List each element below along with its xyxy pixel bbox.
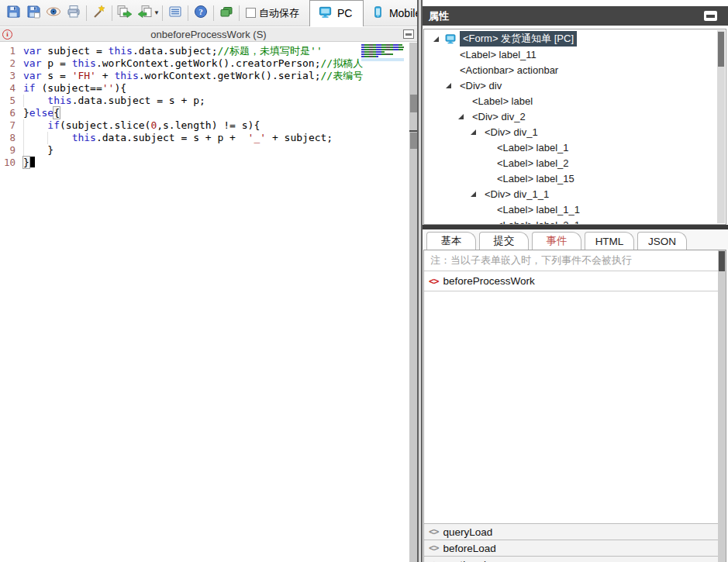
import-button[interactable] — [135, 3, 155, 23]
event-item-postLoad[interactable]: <>postLoad — [424, 556, 726, 562]
tab-基本[interactable]: 基本 — [426, 232, 476, 250]
indent-guide — [23, 144, 24, 157]
code-line-4[interactable]: if (subject==''){ — [23, 82, 361, 95]
help-icon: ? — [193, 4, 209, 22]
event-name: queryLoad — [443, 526, 492, 538]
line-number: 8 — [0, 132, 16, 144]
tree-item-label: <Div> div — [457, 79, 505, 92]
event-list-bottom: <>queryLoad<>beforeLoad<>postLoad — [424, 523, 726, 562]
event-item-selected[interactable]: <> beforeProcessWork — [424, 271, 726, 291]
main-toolbar: ▼ ? 自动保存 PC Mobile — [0, 0, 417, 26]
save-as-icon — [26, 4, 41, 22]
tree-item-label: <Actionbar> actionbar — [457, 64, 561, 77]
line-number: 7 — [0, 119, 16, 132]
tab-pc-label: PC — [337, 7, 352, 19]
monitor-icon — [444, 33, 457, 45]
expand-arrow-icon[interactable] — [433, 36, 439, 42]
tree-scrollbar-thumb[interactable] — [718, 32, 724, 67]
text-cursor — [29, 157, 35, 167]
event-name: postLoad — [443, 559, 486, 562]
event-item-beforeLoad[interactable]: <>beforeLoad — [424, 540, 726, 556]
tree-item-label_1_1[interactable]: <Label> label_1_1 — [424, 202, 726, 217]
event-code-icon: <> — [429, 526, 438, 537]
tab-事件[interactable]: 事件 — [532, 232, 581, 250]
tab-HTML[interactable]: HTML — [585, 232, 634, 250]
expand-arrow-icon[interactable] — [471, 129, 476, 135]
copy-style-button[interactable] — [216, 3, 236, 23]
code-line-8[interactable]: this.data.subject = s + p + '_' + subjec… — [23, 132, 361, 144]
tree-item-div[interactable]: <Div> div — [424, 78, 726, 93]
export-icon — [116, 4, 133, 22]
script-list-button[interactable] — [165, 3, 185, 23]
code-editor[interactable]: 12345678910 var subject = this.data.subj… — [0, 43, 409, 562]
code-line-3[interactable]: var s = 'FH' + this.workContext.getWork(… — [23, 70, 361, 82]
pc-monitor-icon — [318, 5, 333, 22]
tree-item-div_2[interactable]: <Div> div_2 — [424, 109, 726, 124]
tree-item-label: <Label> label_1_1 — [494, 203, 583, 216]
element-tree-panel: <Form> 发货通知单 [PC]<Label> label_11<Action… — [423, 29, 726, 225]
tree-item-label_2_1[interactable]: <Label> label_2_1 — [424, 217, 726, 225]
code-line-1[interactable]: var subject = this.data.subject;//标题，未填写… — [23, 45, 361, 57]
events-scrollbar-thumb[interactable] — [719, 251, 725, 271]
tree-item-actionbar[interactable]: <Actionbar> actionbar — [424, 62, 726, 78]
code-lines: var subject = this.data.subject;//标题，未填写… — [23, 45, 361, 169]
line-number: 4 — [0, 82, 16, 95]
properties-header: 属性 — [423, 6, 728, 26]
tab-pc[interactable]: PC — [309, 0, 364, 26]
event-code-icon: <> — [429, 543, 438, 553]
tree-item-label: <Div> div_1 — [481, 126, 541, 139]
tree-item-label_1[interactable]: <Label> label_1 — [424, 140, 726, 155]
toolbar-separator — [213, 5, 214, 21]
events-panel: 注：当以子表单嵌入时，下列事件不会被执行 <> beforeProcessWor… — [423, 250, 726, 562]
toolbar-separator — [239, 5, 240, 21]
help-button[interactable]: ? — [191, 3, 211, 23]
toolbar-separator — [162, 5, 163, 21]
tree-item-label_15[interactable]: <Label> label_15 — [424, 171, 726, 186]
line-number: 6 — [0, 107, 16, 119]
tree-item-div_1[interactable]: <Div> div_1 — [424, 124, 726, 140]
indent-guide — [23, 119, 24, 132]
tree-item-div_1_1[interactable]: <Div> div_1_1 — [424, 186, 726, 202]
import-dropdown-caret-icon[interactable]: ▼ — [154, 9, 160, 16]
print-button[interactable] — [64, 3, 84, 23]
panel-splitter[interactable] — [417, 0, 423, 562]
script-editor-title: onbeforeProcessWork (S) — [0, 29, 417, 40]
wizard-button[interactable] — [89, 3, 109, 23]
event-item-queryLoad[interactable]: <>queryLoad — [424, 523, 726, 540]
autosave-checkbox[interactable] — [246, 8, 256, 18]
expand-arrow-icon[interactable] — [458, 114, 464, 119]
tree-item-label[interactable]: <Label> label — [424, 93, 726, 109]
preview-button[interactable] — [43, 3, 64, 23]
tree-item-label_11[interactable]: <Label> label_11 — [424, 47, 726, 62]
code-line-2[interactable]: var p = this.workContext.getWork().creat… — [23, 57, 361, 70]
code-line-10[interactable]: } — [23, 157, 361, 169]
tree-item--PC-[interactable]: <Form> 发货通知单 [PC] — [424, 31, 726, 47]
line-number: 1 — [0, 45, 16, 57]
script-editor-titlebar: i onbeforeProcessWork (S) — [0, 27, 417, 42]
tab-JSON[interactable]: JSON — [637, 232, 687, 250]
tree-scrollbar[interactable] — [717, 30, 725, 223]
tree-item-label_2[interactable]: <Label> label_2 — [424, 155, 726, 171]
events-scrollbar[interactable] — [718, 250, 726, 562]
save-as-button[interactable] — [23, 3, 43, 23]
tab-提交[interactable]: 提交 — [479, 232, 529, 250]
save-icon — [5, 4, 21, 22]
tree-item-label: <Label> label_2 — [494, 157, 572, 170]
line-number: 5 — [0, 95, 16, 107]
code-line-9[interactable]: } — [23, 144, 361, 157]
code-line-5[interactable]: this.data.subject = s + p; — [23, 95, 361, 107]
save-button[interactable] — [3, 3, 23, 23]
tree-item-label: <Form> 发货通知单 [PC] — [460, 31, 577, 47]
code-line-6[interactable]: }else{ — [23, 107, 361, 119]
code-minimap-thumbnail — [361, 44, 404, 61]
event-name: beforeProcessWork — [443, 275, 534, 287]
expand-arrow-icon[interactable] — [471, 191, 476, 197]
code-line-7[interactable]: if(subject.slice(0,s.length) != s){ — [23, 119, 361, 132]
tab-mobile-label: Mobile — [389, 7, 421, 19]
editor-minimize-icon[interactable] — [403, 29, 414, 39]
export-button[interactable] — [115, 3, 135, 23]
preview-eye-icon — [46, 4, 61, 22]
properties-minimize-icon[interactable] — [704, 11, 717, 21]
tree-item-label: <Div> div_1_1 — [481, 188, 552, 201]
expand-arrow-icon[interactable] — [446, 83, 451, 88]
